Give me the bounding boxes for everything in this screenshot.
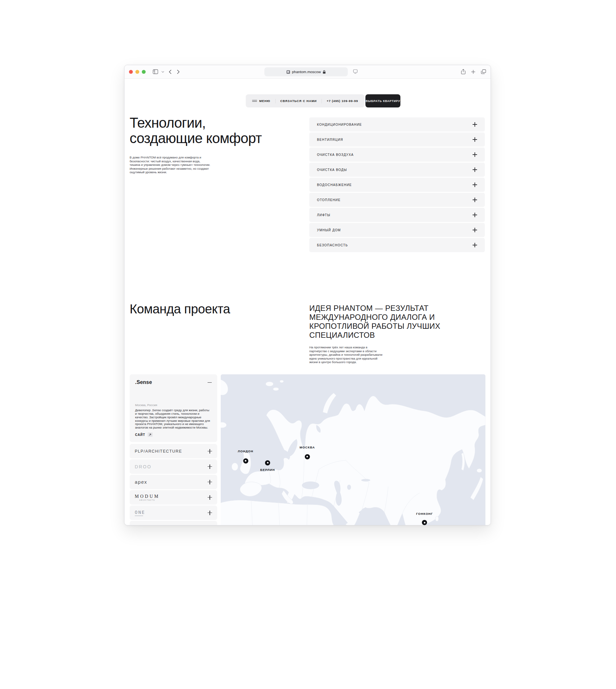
address-bar[interactable]: phantom.moscow [264, 67, 348, 76]
one-logo-subline [135, 515, 143, 516]
zoom-window-button[interactable] [142, 70, 146, 74]
plus-icon [207, 495, 212, 500]
modum-logo-subtext: ARCHITECTS [135, 499, 160, 501]
plus-icon [207, 449, 212, 453]
plus-icon [472, 152, 477, 157]
city-marker-moscow[interactable] [305, 454, 310, 459]
team-row-one[interactable]: ONE [130, 506, 217, 520]
forward-button[interactable] [177, 70, 180, 74]
plus-icon [472, 228, 477, 232]
sidebar-toggle-icon[interactable] [153, 69, 158, 74]
team-row-apex[interactable]: apex [130, 475, 217, 489]
site-header: МЕНЮ СВЯЗАТЬСЯ С НАМИ +7 (495) 109-99-99… [246, 94, 400, 108]
city-label-berlin: БЕРЛИН [260, 468, 275, 471]
team-row-modum[interactable]: MODUM ARCHITECTS [130, 490, 217, 505]
chevron-down-icon[interactable] [161, 71, 164, 73]
plus-icon [472, 182, 477, 187]
site-link[interactable]: САЙТ [135, 432, 212, 437]
world-map: ЛОНДОН БЕРЛИН МОСКВА ГОНКОНГ [221, 374, 485, 525]
plus-icon [472, 168, 477, 172]
team-headline: ИДЕЯ PHANTOM — РЕЗУЛЬТАТ МЕЖДУНАРОДНОГО … [309, 304, 460, 340]
browser-toolbar: phantom.moscow [125, 65, 490, 79]
accordion-item-water-purification[interactable]: ОЧИСТКА ВОДЫ [309, 163, 485, 177]
team-card-sense[interactable]: .Sense Москва, Россия Девелопер .Sense с… [130, 374, 217, 442]
accordion-item-smart-home[interactable]: УМНЫЙ ДОМ [309, 223, 485, 237]
team-member-name: .Sense [135, 379, 152, 385]
menu-button[interactable]: МЕНЮ [252, 99, 270, 103]
city-marker-london[interactable] [243, 458, 248, 464]
map-graphic [221, 374, 485, 525]
tech-accordion: КОНДИЦИОНИРОВАНИЕ ВЕНТИЛЯЦИЯ ОЧИСТКА ВОЗ… [309, 117, 485, 253]
team-row-plp[interactable]: PLP/ARCHITECTURE [130, 444, 217, 458]
site-favicon-icon [286, 70, 290, 74]
plus-icon [207, 511, 212, 515]
plp-logo: PLP/ARCHITECTURE [135, 449, 182, 453]
share-icon[interactable] [461, 69, 465, 74]
accordion-item-heating[interactable]: ОТОПЛЕНИЕ [309, 193, 485, 207]
team-row-droo[interactable]: DROO [130, 459, 217, 474]
browser-window: phantom.moscow [124, 65, 491, 526]
one-logo: ONE [135, 510, 145, 515]
tech-title-line2: создающие комфорт [130, 131, 262, 146]
team-list: PLP/ARCHITECTURE DROO apex MODUM ARCHITE… [130, 444, 217, 525]
reader-mode-icon[interactable] [353, 69, 358, 75]
url-text: phantom.moscow [292, 70, 321, 74]
team-row-lichtvision[interactable]: LICHTVISION DESIGN [130, 521, 217, 525]
team-member-location: Москва, Россия [135, 403, 212, 407]
accordion-item-elevators[interactable]: ЛИФТЫ [309, 208, 485, 222]
toolbar-right-icons [461, 69, 486, 74]
back-button[interactable] [169, 70, 172, 74]
apex-logo: apex [135, 479, 147, 485]
external-link-icon [148, 432, 153, 437]
accordion-item-conditioning[interactable]: КОНДИЦИОНИРОВАНИЕ [309, 117, 485, 132]
team-member-description: Девелопер .Sense создаёт среду для жизни… [135, 409, 212, 429]
screenshot-canvas: phantom.moscow [0, 0, 616, 689]
tab-overview-icon[interactable] [481, 69, 486, 74]
team-section-title: Команда проекта [130, 302, 230, 316]
tech-section-description: В доме PHANTOM всё продумано для комфорт… [130, 156, 211, 174]
droo-logo: DROO [135, 464, 151, 469]
tech-section-title: Технологии, создающие комфорт [130, 115, 262, 146]
tech-title-line1: Технологии, [130, 115, 262, 131]
city-label-moscow: МОСКВА [300, 446, 315, 449]
minus-icon [207, 380, 212, 384]
accordion-item-air-purification[interactable]: ОЧИСТКА ВОЗДУХА [309, 148, 485, 162]
modum-logo: MODUM [135, 494, 160, 499]
hamburger-icon [252, 99, 257, 102]
plus-icon [472, 243, 477, 247]
plus-icon [472, 213, 477, 217]
header-menu-group: МЕНЮ СВЯЗАТЬСЯ С НАМИ +7 (495) 109-99-99 [246, 94, 365, 108]
divider [275, 99, 276, 103]
lichtvision-logo: LICHTVISION [135, 525, 168, 525]
window-controls [129, 70, 146, 74]
new-tab-icon[interactable] [471, 70, 476, 74]
accordion-item-ventilation[interactable]: ВЕНТИЛЯЦИЯ [309, 132, 485, 147]
phone-link[interactable]: +7 (495) 109-99-99 [327, 99, 358, 103]
plus-icon [472, 122, 477, 127]
web-page: МЕНЮ СВЯЗАТЬСЯ С НАМИ +7 (495) 109-99-99… [125, 79, 490, 525]
plus-icon [207, 464, 212, 469]
menu-label: МЕНЮ [259, 99, 270, 103]
city-label-hongkong: ГОНКОНГ [416, 512, 433, 515]
accordion-item-security[interactable]: БЕЗОПАСНОСТЬ [309, 238, 485, 252]
plus-icon [472, 137, 477, 142]
choose-apartment-button[interactable]: ВЫБРАТЬ КВАРТИРУ [366, 94, 400, 108]
city-label-london: ЛОНДОН [238, 449, 254, 453]
divider [322, 99, 322, 103]
city-marker-berlin[interactable] [265, 460, 270, 465]
minimize-window-button[interactable] [135, 70, 139, 74]
plus-icon [207, 480, 212, 484]
team-description: На протяжении трёх лет наша команда в па… [309, 346, 384, 364]
close-window-button[interactable] [129, 70, 133, 74]
lock-icon [323, 70, 326, 74]
accordion-item-water-supply[interactable]: ВОДОСНАБЖЕНИЕ [309, 178, 485, 192]
plus-icon [472, 198, 477, 202]
contact-link[interactable]: СВЯЗАТЬСЯ С НАМИ [280, 99, 317, 103]
